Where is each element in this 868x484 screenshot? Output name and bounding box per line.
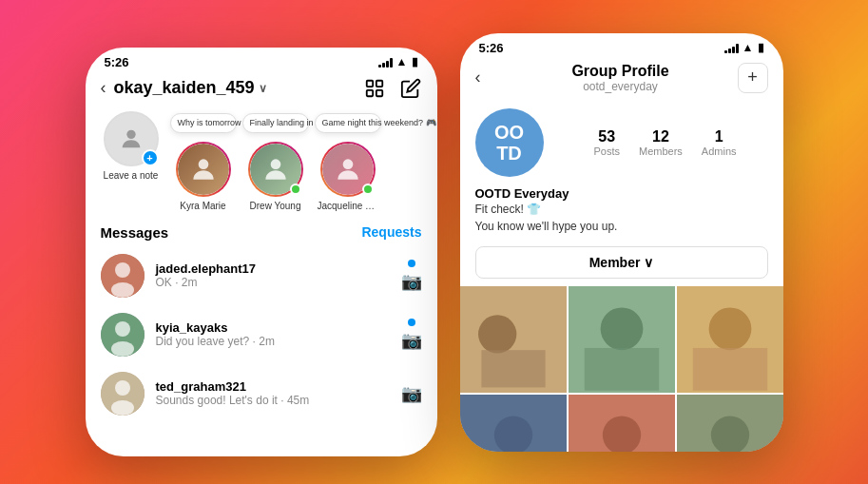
- back-button-left[interactable]: ‹: [101, 78, 106, 98]
- message-avatar-ted: [101, 372, 145, 416]
- svg-rect-1: [376, 80, 381, 86]
- time-left: 5:26: [105, 55, 129, 69]
- drew-avatar-wrap: Finally landing in NYC! 🤍: [248, 142, 303, 197]
- signal-icon-right: [724, 43, 739, 53]
- camera-icon-kyia[interactable]: 📷: [401, 330, 422, 351]
- camera-icon-jaded[interactable]: 📷: [401, 271, 422, 292]
- svg-point-21: [600, 307, 643, 350]
- svg-point-7: [342, 159, 353, 169]
- stat-members-num: 12: [639, 128, 683, 145]
- status-icons-right: ▲ ▮: [724, 41, 764, 54]
- svg-point-18: [478, 315, 516, 353]
- left-phone: 5:26 ▲ ▮ ‹ okay_kaiden_459 ∨: [86, 48, 437, 456]
- message-item-ted[interactable]: ted_graham321 Sounds good! Let's do it ·…: [86, 364, 437, 423]
- message-content-kyia: kyia_kayaks Did you leave yet? · 2m: [156, 320, 390, 348]
- stat-posts: 53 Posts: [593, 128, 620, 157]
- message-content-jaded: jaded.elephant17 OK · 2m: [156, 261, 390, 289]
- group-info-row: OOTD 53 Posts 12 Members 1 Admins: [475, 108, 768, 177]
- message-right-kyia: 📷: [401, 319, 422, 351]
- message-right-jaded: 📷: [401, 260, 422, 292]
- add-story-icon[interactable]: +: [142, 149, 159, 166]
- unread-dot-jaded: [408, 260, 415, 267]
- svg-rect-25: [692, 347, 766, 390]
- kyra-avatar: [176, 142, 231, 197]
- message-avatar-kyia: [101, 313, 145, 357]
- svg-point-10: [111, 282, 134, 298]
- svg-rect-2: [366, 89, 372, 95]
- stat-members: 12 Members: [639, 128, 683, 157]
- jacqueline-avatar-wrap: Game night this weekend? 🎮: [320, 142, 376, 197]
- photo-cell-6[interactable]: [677, 395, 783, 452]
- message-preview-ted: Sounds good! Let's do it · 45m: [156, 394, 390, 407]
- message-preview-jaded: OK · 2m: [156, 276, 390, 289]
- status-bar-left: 5:26 ▲ ▮: [86, 48, 437, 73]
- kyra-note-bubble: Why is tomorrow Monday!? 🧡: [170, 113, 237, 134]
- photo-cell-2[interactable]: [569, 286, 675, 393]
- wifi-icon: ▲: [396, 55, 408, 68]
- stat-members-label: Members: [639, 145, 683, 157]
- messages-header: Messages Requests: [86, 219, 437, 246]
- stat-admins-num: 1: [702, 128, 737, 145]
- kyra-avatar-wrap: Why is tomorrow Monday!? 🧡: [176, 142, 231, 197]
- add-button[interactable]: +: [738, 63, 768, 93]
- online-dot-jacqueline: [362, 184, 374, 195]
- message-username-ted: ted_graham321: [156, 379, 390, 394]
- messages-title: Messages: [101, 224, 169, 241]
- story-item-self[interactable]: + Leave a note: [101, 111, 162, 181]
- time-right: 5:26: [479, 41, 504, 55]
- story-label-self: Leave a note: [104, 170, 159, 181]
- story-item-drew[interactable]: Finally landing in NYC! 🤍 Drew Young: [245, 111, 306, 211]
- battery-icon: ▮: [412, 55, 418, 68]
- photo-grid: [460, 286, 783, 452]
- svg-point-16: [111, 400, 134, 416]
- story-item-kyra[interactable]: Why is tomorrow Monday!? 🧡 Kyra Marie: [173, 111, 234, 211]
- photo-cell-1[interactable]: [460, 286, 567, 393]
- group-stats: 53 Posts 12 Members 1 Admins: [563, 128, 768, 157]
- group-name: OOTD Everyday: [475, 186, 768, 201]
- svg-rect-22: [584, 347, 658, 390]
- requests-button[interactable]: Requests: [361, 224, 421, 241]
- username-display[interactable]: okay_kaiden_459 ∨: [114, 78, 356, 98]
- svg-point-5: [198, 159, 208, 169]
- header-action-icons: [363, 77, 422, 100]
- svg-rect-3: [376, 89, 381, 95]
- group-profile-subtitle: ootd_everyday: [511, 80, 730, 93]
- message-item-jaded[interactable]: jaded.elephant17 OK · 2m 📷: [86, 246, 437, 305]
- message-username-jaded: jaded.elephant17: [156, 261, 390, 276]
- svg-point-6: [270, 159, 280, 169]
- stat-posts-label: Posts: [593, 145, 620, 157]
- status-bar-right: 5:26 ▲ ▮: [460, 33, 783, 59]
- svg-point-12: [115, 321, 130, 337]
- compose-icon[interactable]: [363, 77, 386, 100]
- story-label-kyra: Kyra Marie: [180, 201, 225, 211]
- self-avatar-wrap: +: [104, 111, 159, 166]
- photo-cell-5[interactable]: [569, 395, 675, 452]
- wifi-icon-right: ▲: [743, 41, 754, 54]
- signal-icon: [378, 57, 393, 68]
- left-header: ‹ okay_kaiden_459 ∨: [86, 73, 437, 107]
- svg-point-13: [111, 341, 134, 357]
- svg-point-15: [115, 380, 130, 396]
- battery-icon-right: ▮: [758, 41, 764, 54]
- group-header-center: Group Profile ootd_everyday: [511, 63, 730, 93]
- drew-note-bubble: Finally landing in NYC! 🤍: [242, 113, 309, 134]
- story-item-jacqueline[interactable]: Game night this weekend? 🎮 Jacqueline La…: [318, 111, 378, 211]
- member-button[interactable]: Member ∨: [475, 246, 768, 279]
- message-username-kyia: kyia_kayaks: [156, 320, 390, 335]
- story-label-jacqueline: Jacqueline Lam: [318, 201, 378, 211]
- photo-cell-4[interactable]: [460, 395, 567, 452]
- group-bio-line2: You know we'll hype you up.: [475, 220, 618, 233]
- message-item-kyia[interactable]: kyia_kayaks Did you leave yet? · 2m 📷: [86, 305, 437, 364]
- group-description: OOTD Everyday Fit check! 👕 You know we'l…: [460, 177, 783, 241]
- stat-posts-num: 53: [593, 128, 620, 145]
- camera-icon-ted[interactable]: 📷: [401, 383, 422, 404]
- unread-dot-kyia: [408, 319, 415, 326]
- message-right-ted: 📷: [401, 383, 422, 404]
- online-dot-drew: [290, 184, 301, 195]
- group-avatar: OOTD: [475, 108, 544, 177]
- group-profile-title: Group Profile: [511, 63, 730, 80]
- photo-cell-3[interactable]: [677, 286, 783, 393]
- back-button-right[interactable]: ‹: [475, 68, 504, 87]
- edit-icon[interactable]: [399, 77, 422, 100]
- stat-admins: 1 Admins: [702, 128, 737, 157]
